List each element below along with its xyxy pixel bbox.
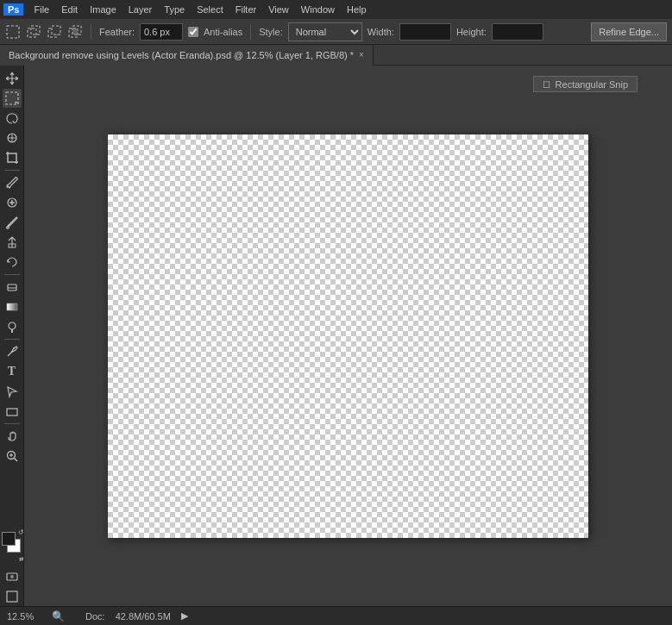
shape-tool[interactable] [3, 402, 22, 421]
screen-mode-button[interactable] [3, 587, 22, 606]
svg-rect-7 [72, 28, 78, 34]
options-bar: Feather: Anti-alias Style: Normal Fixed … [0, 19, 672, 45]
gradient-tool[interactable] [3, 297, 22, 316]
status-arrow-button[interactable]: ▶ [181, 610, 188, 622]
main-area: ▾ [0, 66, 672, 606]
history-brush-tool[interactable] [3, 253, 22, 272]
quick-select-tool[interactable] [3, 128, 22, 147]
menu-filter[interactable]: Filter [230, 3, 261, 16]
intersect-selection-icon[interactable] [67, 24, 83, 40]
zoom-info-icon[interactable]: 🔍 [52, 610, 65, 622]
svg-point-20 [13, 347, 15, 349]
svg-rect-2 [31, 26, 40, 34]
document-canvas[interactable]: Nadila Ch PHOTOG [108, 134, 588, 538]
move-tool[interactable] [3, 69, 22, 88]
clone-stamp-tool[interactable] [3, 233, 22, 252]
options-separator-2 [250, 24, 251, 40]
menu-type[interactable]: Type [159, 3, 190, 16]
menu-edit[interactable]: Edit [56, 3, 83, 16]
rectangular-snip-hint: ◻ Rectangular Snip [533, 76, 637, 92]
eyedropper-tool[interactable] [3, 173, 22, 192]
zoom-tool[interactable] [3, 447, 22, 466]
menubar: Ps File Edit Image Layer Type Select Fil… [0, 0, 672, 19]
tab-bar: Background remove using Levels (Actor Er… [0, 45, 672, 66]
svg-rect-4 [52, 26, 60, 34]
rect-snip-icon: ◻ [543, 78, 550, 90]
toolbar: ▾ [0, 66, 24, 606]
antialias-label: Anti-alias [204, 27, 242, 37]
photo-content: Nadila Ch PHOTOG [108, 134, 588, 538]
svg-text:▾: ▾ [15, 100, 17, 105]
svg-rect-1 [28, 28, 36, 37]
height-input[interactable] [492, 23, 543, 41]
status-bar: 12.5% 🔍 Doc: 42.8M/60.5M ▶ [0, 606, 672, 625]
svg-line-23 [14, 459, 17, 462]
type-tool[interactable]: T [3, 362, 22, 381]
app-logo: Ps [3, 3, 23, 16]
menu-help[interactable]: Help [342, 3, 372, 16]
switch-colors-icon[interactable]: ⇄ [19, 556, 24, 563]
menu-file[interactable]: File [28, 3, 54, 16]
svg-rect-21 [7, 409, 17, 416]
toolbar-sep-1 [4, 170, 20, 171]
doc-value: 42.8M/60.5M [116, 611, 171, 622]
menu-select[interactable]: Select [192, 3, 229, 16]
crop-tool[interactable] [3, 148, 22, 167]
toolbar-sep-3 [4, 339, 20, 340]
dodge-tool[interactable] [3, 317, 22, 336]
quick-mask-mode[interactable] [3, 567, 22, 586]
path-select-tool[interactable] [3, 382, 22, 401]
rect-snip-label: Rectangular Snip [556, 79, 628, 90]
lasso-tool[interactable] [3, 109, 22, 128]
style-label: Style: [259, 27, 283, 37]
svg-rect-17 [7, 303, 17, 310]
subtract-selection-icon[interactable] [47, 24, 62, 40]
width-label: Width: [367, 27, 394, 37]
toolbar-sep-4 [4, 423, 20, 424]
svg-rect-0 [7, 26, 19, 38]
refine-edge-button[interactable]: Refine Edge... [591, 22, 667, 41]
menu-window[interactable]: Window [296, 3, 340, 16]
hand-tool[interactable] [3, 427, 22, 446]
svg-point-27 [10, 575, 14, 578]
menu-image[interactable]: Image [85, 3, 122, 16]
tab-close-button[interactable]: × [359, 50, 364, 59]
transparency-checker [108, 134, 588, 538]
doc-label: Doc: [85, 611, 105, 622]
healing-brush-tool[interactable] [3, 193, 22, 212]
document-tab[interactable]: Background remove using Levels (Actor Er… [0, 45, 374, 66]
tab-title: Background remove using Levels (Actor Er… [9, 50, 354, 60]
svg-point-11 [6, 186, 8, 188]
feather-label: Feather: [99, 27, 135, 37]
new-selection-icon[interactable] [5, 24, 21, 40]
menu-view[interactable]: View [263, 3, 294, 16]
canvas-area: ◻ Rectangular Snip [24, 66, 672, 606]
svg-rect-28 [7, 591, 17, 602]
zoom-level: 12.5% [7, 611, 41, 622]
width-input[interactable] [399, 23, 451, 41]
menu-layer[interactable]: Layer [123, 3, 158, 16]
rectangular-marquee-tool[interactable]: ▾ [3, 89, 22, 108]
pen-tool[interactable] [3, 342, 22, 361]
style-select[interactable]: Normal Fixed Ratio Fixed Size [288, 22, 362, 41]
toolbar-sep-2 [4, 274, 20, 275]
feather-input[interactable] [140, 23, 183, 41]
height-label: Height: [456, 27, 487, 37]
reset-colors-icon[interactable]: ↺ [18, 528, 24, 536]
antialias-checkbox[interactable] [188, 27, 198, 37]
brush-tool[interactable] [3, 213, 22, 232]
eraser-tool[interactable] [3, 278, 22, 297]
svg-point-18 [9, 322, 16, 329]
foreground-color-swatch[interactable] [2, 532, 16, 546]
add-selection-icon[interactable] [26, 24, 41, 40]
options-separator-1 [91, 24, 91, 40]
